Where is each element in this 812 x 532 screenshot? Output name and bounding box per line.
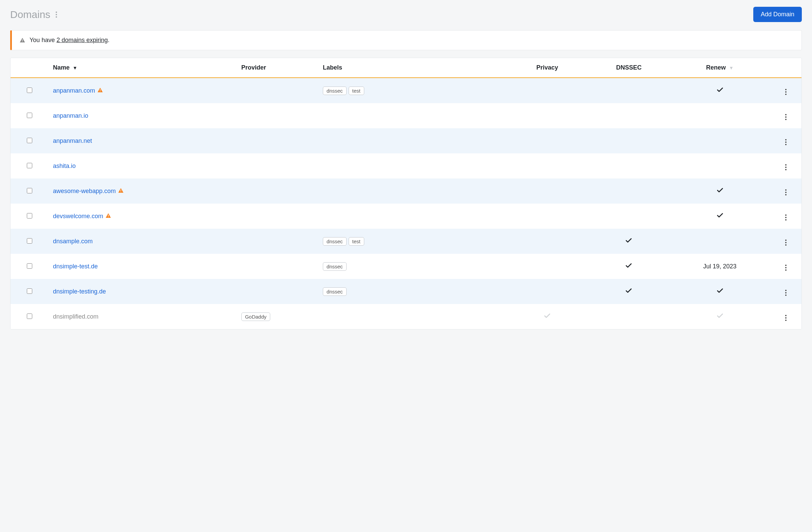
table-row: anpanman.io bbox=[11, 103, 801, 128]
col-select bbox=[11, 58, 48, 78]
alert-text: You have 2 domains expiring. bbox=[30, 36, 110, 44]
warning-icon bbox=[19, 36, 26, 44]
row-select-checkbox[interactable] bbox=[27, 289, 32, 294]
row-select-checkbox[interactable] bbox=[27, 163, 32, 168]
check-icon bbox=[716, 187, 724, 194]
col-privacy[interactable]: Privacy bbox=[507, 58, 588, 78]
row-menu-icon[interactable] bbox=[784, 238, 788, 247]
row-menu-icon[interactable] bbox=[784, 188, 788, 197]
alert-suffix: . bbox=[108, 36, 110, 43]
domain-link[interactable]: dnsimple-testing.de bbox=[53, 288, 106, 295]
svg-rect-0 bbox=[22, 39, 23, 41]
row-menu-icon[interactable] bbox=[784, 289, 788, 297]
row-select-checkbox[interactable] bbox=[27, 238, 32, 243]
row-select-checkbox[interactable] bbox=[27, 313, 32, 319]
row-menu-icon[interactable] bbox=[784, 263, 788, 272]
domain-link[interactable]: anpanman.com bbox=[53, 87, 95, 94]
row-select-checkbox[interactable] bbox=[27, 188, 32, 193]
domain-link[interactable]: dnsimple-test.de bbox=[53, 263, 98, 270]
sort-desc-icon: ▼ bbox=[73, 65, 77, 71]
alert-prefix: You have bbox=[30, 36, 56, 43]
label-chip: dnssec bbox=[323, 262, 347, 271]
check-icon bbox=[716, 86, 724, 94]
col-name-label: Name bbox=[53, 64, 70, 71]
row-menu-icon[interactable] bbox=[784, 88, 788, 97]
warning-icon bbox=[105, 213, 111, 219]
table-row: awesome-webapp.com bbox=[11, 178, 801, 204]
table-row: ashita.io bbox=[11, 153, 801, 178]
page-title: Domains bbox=[10, 9, 50, 20]
row-menu-icon[interactable] bbox=[784, 113, 788, 121]
renew-date: Jul 19, 2023 bbox=[704, 263, 737, 270]
label-chip: dnssec bbox=[323, 237, 347, 246]
warning-icon bbox=[97, 87, 103, 93]
title-menu-icon[interactable] bbox=[54, 10, 58, 19]
svg-rect-3 bbox=[100, 91, 101, 92]
check-icon bbox=[625, 262, 633, 269]
domain-link[interactable]: dnsimplified.com bbox=[53, 313, 99, 320]
table-row: anpanman.net bbox=[11, 128, 801, 153]
add-domain-button[interactable]: Add Domain bbox=[753, 7, 802, 22]
warning-icon bbox=[118, 188, 124, 194]
svg-rect-5 bbox=[120, 191, 121, 192]
domain-link[interactable]: dnsample.com bbox=[53, 238, 93, 245]
check-icon bbox=[625, 237, 633, 244]
domain-link[interactable]: ashita.io bbox=[53, 163, 76, 169]
label-chip: dnssec bbox=[323, 287, 347, 296]
row-menu-icon[interactable] bbox=[784, 138, 788, 147]
row-menu-icon[interactable] bbox=[784, 313, 788, 322]
row-select-checkbox[interactable] bbox=[27, 213, 32, 219]
svg-rect-6 bbox=[108, 215, 108, 217]
check-icon bbox=[716, 212, 724, 219]
table-row: dnsimple-test.dednssecJul 19, 2023 bbox=[11, 254, 801, 279]
expiring-alert: You have 2 domains expiring. bbox=[10, 30, 802, 50]
col-labels[interactable]: Labels bbox=[318, 58, 507, 78]
col-renew-label: Renew bbox=[706, 64, 726, 71]
row-select-checkbox[interactable] bbox=[27, 263, 32, 269]
row-select-checkbox[interactable] bbox=[27, 88, 32, 93]
provider-chip: GoDaddy bbox=[241, 312, 270, 321]
table-row: devswelcome.com bbox=[11, 204, 801, 229]
domain-link[interactable]: devswelcome.com bbox=[53, 213, 103, 220]
row-menu-icon[interactable] bbox=[784, 213, 788, 222]
check-icon bbox=[716, 287, 724, 295]
label-chip: dnssec bbox=[323, 87, 347, 95]
col-actions bbox=[770, 58, 801, 78]
check-icon bbox=[716, 312, 724, 320]
domain-link[interactable]: awesome-webapp.com bbox=[53, 188, 116, 194]
table-row: dnsimple-testing.dednssec bbox=[11, 279, 801, 304]
svg-rect-4 bbox=[120, 190, 121, 191]
domain-link[interactable]: anpanman.net bbox=[53, 137, 92, 144]
col-renew[interactable]: Renew ▼ bbox=[670, 58, 770, 78]
row-menu-icon[interactable] bbox=[784, 163, 788, 172]
table-row: dnsample.comdnssectest bbox=[11, 229, 801, 254]
check-icon bbox=[625, 287, 633, 295]
page-header: Domains Add Domain bbox=[10, 7, 802, 22]
label-chip: test bbox=[349, 87, 364, 95]
col-dnssec[interactable]: DNSSEC bbox=[588, 58, 669, 78]
row-select-checkbox[interactable] bbox=[27, 138, 32, 143]
col-provider[interactable]: Provider bbox=[237, 58, 318, 78]
svg-rect-2 bbox=[100, 89, 101, 91]
row-select-checkbox[interactable] bbox=[27, 113, 32, 118]
col-name[interactable]: Name ▼ bbox=[48, 58, 237, 78]
svg-rect-7 bbox=[108, 217, 108, 217]
domain-link[interactable]: anpanman.io bbox=[53, 112, 88, 119]
svg-rect-1 bbox=[22, 41, 23, 42]
alert-link[interactable]: 2 domains expiring bbox=[56, 36, 107, 43]
table-row: dnsimplified.comGoDaddy bbox=[11, 304, 801, 329]
domains-table: Name ▼ Provider Labels Privacy DNSSEC Re… bbox=[10, 58, 802, 329]
label-chip: test bbox=[349, 237, 364, 246]
sort-muted-icon: ▼ bbox=[729, 65, 734, 71]
table-row: anpanman.comdnssectest bbox=[11, 78, 801, 103]
check-icon bbox=[543, 312, 551, 320]
